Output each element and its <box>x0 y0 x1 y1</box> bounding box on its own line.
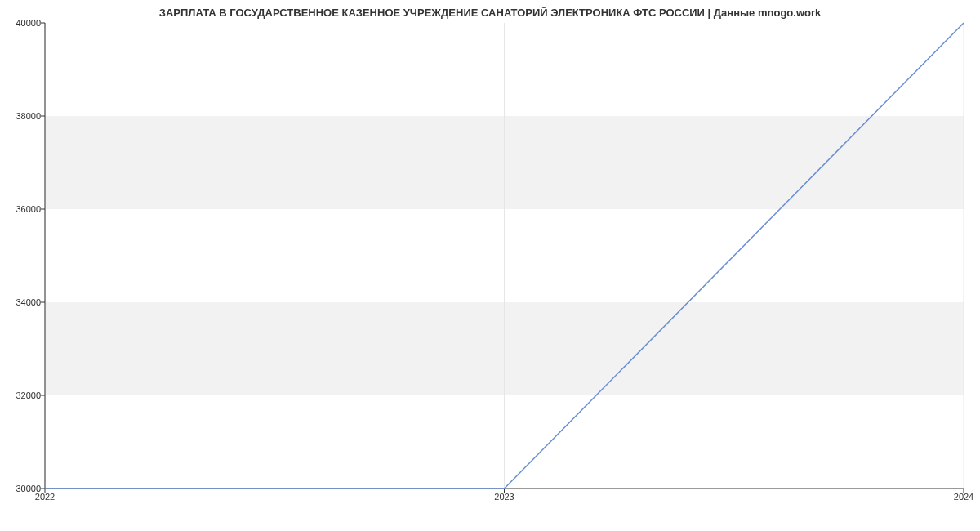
y-tick-label: 40000 <box>4 18 41 28</box>
y-tick-label: 38000 <box>4 111 41 121</box>
plot-area <box>45 23 964 489</box>
chart-svg <box>45 23 964 489</box>
y-tick-label: 34000 <box>4 297 41 307</box>
chart-container: ЗАРПЛАТА В ГОСУДАРСТВЕННОЕ КАЗЕННОЕ УЧРЕ… <box>0 0 980 531</box>
y-tick-label: 32000 <box>4 390 41 400</box>
x-tick-label: 2024 <box>954 492 973 502</box>
chart-title: ЗАРПЛАТА В ГОСУДАРСТВЕННОЕ КАЗЕННОЕ УЧРЕ… <box>0 7 980 19</box>
y-tick-label: 36000 <box>4 204 41 214</box>
x-tick-label: 2022 <box>35 492 55 502</box>
x-tick-label: 2023 <box>494 492 514 502</box>
